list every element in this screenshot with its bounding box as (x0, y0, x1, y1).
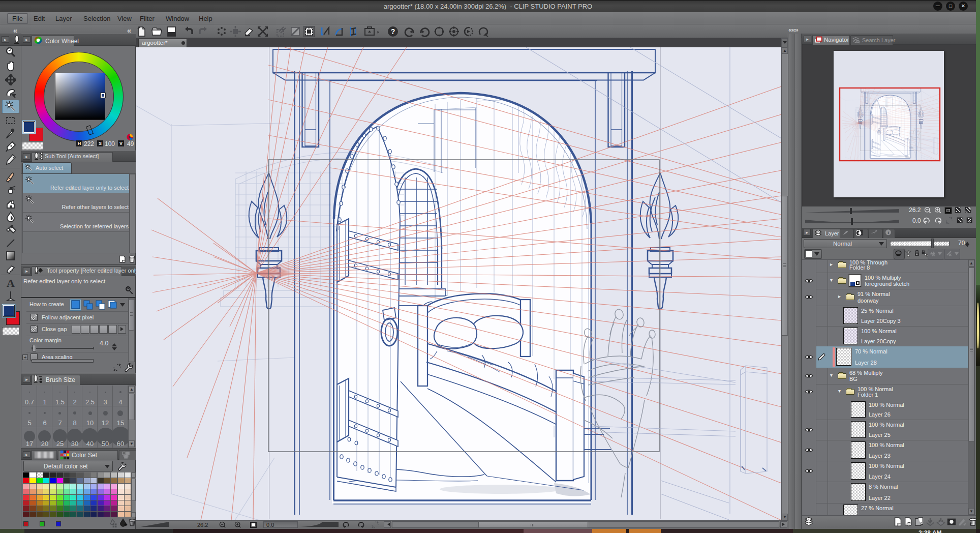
svg-text:?: ? (391, 27, 395, 36)
svg-text:A: A (7, 277, 15, 288)
